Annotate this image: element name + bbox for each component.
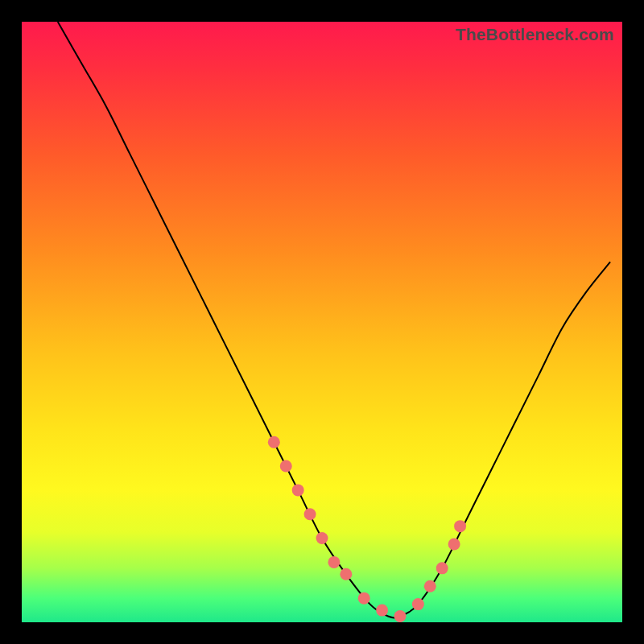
chart-frame: TheBottleneck.com [0, 0, 644, 644]
highlighted-point [268, 436, 280, 448]
highlighted-point [448, 539, 460, 551]
bottleneck-curve [58, 22, 610, 617]
highlighted-point [424, 580, 436, 592]
highlighted-point [292, 484, 304, 496]
plot-area: TheBottleneck.com [22, 22, 622, 622]
chart-svg [22, 22, 622, 622]
highlighted-point [328, 556, 340, 568]
highlighted-point [280, 460, 292, 473]
highlighted-points-group [268, 436, 466, 622]
highlighted-point [454, 520, 466, 532]
highlighted-point [304, 508, 316, 520]
highlighted-point [412, 598, 424, 610]
highlighted-point [436, 562, 448, 574]
highlighted-point [394, 610, 406, 622]
highlighted-point [340, 568, 352, 580]
highlighted-point [358, 592, 370, 605]
highlighted-point [376, 605, 388, 617]
highlighted-point [316, 532, 328, 544]
